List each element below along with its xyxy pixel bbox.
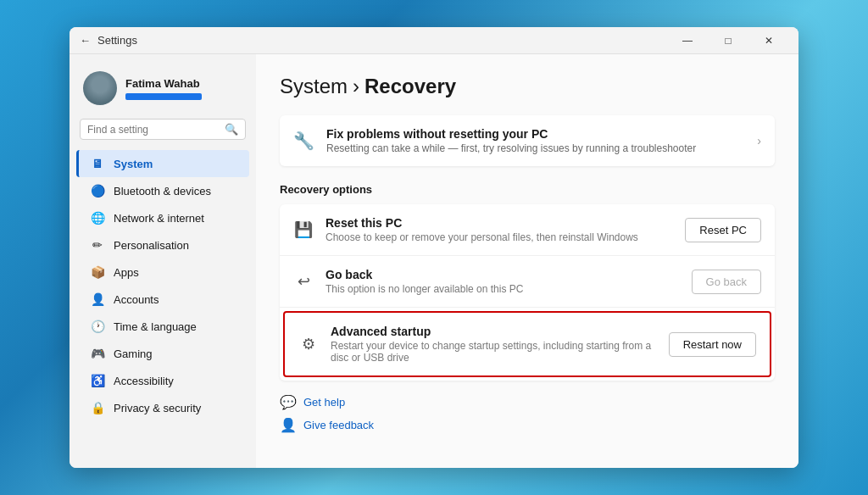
avatar-image: [83, 71, 117, 105]
sidebar-item-accessibility[interactable]: ♿ Accessibility: [76, 367, 249, 394]
get-help-link[interactable]: 💬 Get help: [280, 394, 775, 410]
sidebar-label-system: System: [114, 158, 153, 170]
advanced-startup-row: ⚙ Advanced startup Restart your device t…: [285, 313, 770, 375]
bluetooth-icon: 🔵: [90, 183, 105, 198]
content-area: Fatima Wahab 🔍 🖥 System 🔵 Bluetooth & de…: [70, 54, 798, 468]
apps-icon: 📦: [90, 264, 105, 280]
reset-pc-button[interactable]: Reset PC: [685, 218, 761, 242]
bottom-links: 💬 Get help 👤 Give feedback: [280, 394, 775, 433]
accounts-icon: 👤: [90, 292, 105, 307]
sidebar-label-privacy: Privacy & security: [114, 402, 201, 414]
breadcrumb-current: Recovery: [364, 75, 456, 98]
advanced-startup-title: Advanced startup: [331, 325, 657, 338]
give-feedback-link[interactable]: 👤 Give feedback: [280, 417, 775, 433]
personalisation-icon: ✏: [90, 237, 105, 253]
give-feedback-icon: 👤: [280, 417, 297, 433]
window-controls: — □ ✕: [668, 27, 788, 54]
sidebar-label-accessibility: Accessibility: [114, 375, 174, 387]
titlebar-title: Settings: [97, 34, 668, 47]
go-back-title: Go back: [326, 268, 680, 281]
sidebar-item-personalisation[interactable]: ✏ Personalisation: [76, 231, 249, 259]
go-back-desc: This option is no longer available on th…: [326, 283, 680, 295]
main-content: System › Recovery 🔧 Fix problems without…: [256, 54, 798, 468]
sidebar-label-time: Time & language: [114, 320, 197, 333]
sidebar-item-system[interactable]: 🖥 System: [76, 150, 249, 177]
accessibility-icon: ♿: [90, 373, 105, 388]
sidebar-item-privacy[interactable]: 🔒 Privacy & security: [76, 394, 249, 421]
go-back-text: Go back This option is no longer availab…: [326, 268, 680, 295]
fix-problems-card[interactable]: 🔧 Fix problems without resetting your PC…: [280, 115, 775, 166]
advanced-startup-icon: ⚙: [298, 335, 319, 353]
advanced-startup-desc: Restart your device to change startup se…: [331, 340, 657, 364]
go-back-icon: ↩: [293, 272, 314, 291]
fix-icon: 🔧: [293, 131, 314, 151]
advanced-startup-text: Advanced startup Restart your device to …: [331, 325, 657, 364]
breadcrumb-separator: ›: [353, 75, 359, 98]
reset-pc-icon: 💾: [293, 220, 314, 239]
close-button[interactable]: ✕: [749, 27, 788, 54]
get-help-icon: 💬: [280, 394, 297, 410]
privacy-icon: 🔒: [90, 400, 105, 415]
sidebar-label-accounts: Accounts: [114, 293, 159, 306]
network-icon: 🌐: [90, 210, 105, 225]
go-back-row: ↩ Go back This option is no longer avail…: [280, 256, 775, 308]
fix-title: Fix problems without resetting your PC: [326, 127, 745, 141]
titlebar-back-button[interactable]: ←: [80, 34, 91, 47]
sidebar: Fatima Wahab 🔍 🖥 System 🔵 Bluetooth & de…: [70, 54, 256, 468]
breadcrumb-parent: System: [280, 75, 348, 98]
sidebar-label-personalisation: Personalisation: [114, 239, 189, 252]
go-back-button[interactable]: Go back: [692, 270, 761, 294]
sidebar-item-accounts[interactable]: 👤 Accounts: [76, 286, 249, 313]
reset-pc-title: Reset this PC: [326, 216, 673, 230]
search-input[interactable]: [87, 124, 220, 136]
sidebar-item-network[interactable]: 🌐 Network & internet: [76, 204, 249, 231]
sidebar-label-bluetooth: Bluetooth & devices: [114, 185, 211, 197]
gaming-icon: 🎮: [90, 346, 105, 361]
time-icon: 🕐: [90, 319, 105, 334]
sidebar-item-apps[interactable]: 📦 Apps: [76, 259, 249, 286]
sidebar-label-apps: Apps: [114, 266, 139, 279]
reset-pc-row: 💾 Reset this PC Choose to keep or remove…: [280, 204, 775, 256]
minimize-button[interactable]: —: [668, 27, 707, 54]
settings-window: ← Settings — □ ✕ Fatima Wahab 🔍: [70, 27, 798, 468]
user-name: Fatima Wahab: [125, 77, 202, 90]
fix-desc: Resetting can take a while — first, try …: [326, 142, 745, 154]
give-feedback-label: Give feedback: [303, 419, 374, 431]
maximize-button[interactable]: □: [709, 27, 748, 54]
fix-chevron-icon: ›: [757, 134, 761, 147]
restart-now-button[interactable]: Restart now: [669, 332, 756, 357]
fix-text: Fix problems without resetting your PC R…: [326, 127, 745, 154]
title-bar: ← Settings — □ ✕: [70, 27, 798, 54]
system-icon: 🖥: [90, 156, 105, 171]
sidebar-label-gaming: Gaming: [114, 348, 153, 360]
sidebar-item-gaming[interactable]: 🎮 Gaming: [76, 340, 249, 367]
sidebar-label-network: Network & internet: [114, 212, 204, 225]
get-help-label: Get help: [303, 396, 345, 409]
recovery-options-list: 💾 Reset this PC Choose to keep or remove…: [280, 204, 775, 381]
user-email-bar: [125, 93, 202, 100]
reset-pc-desc: Choose to keep or remove your personal f…: [326, 231, 673, 243]
recovery-section-title: Recovery options: [280, 183, 775, 196]
user-profile: Fatima Wahab: [70, 64, 256, 119]
reset-pc-text: Reset this PC Choose to keep or remove y…: [326, 216, 673, 243]
sidebar-item-time[interactable]: 🕐 Time & language: [76, 313, 249, 340]
sidebar-item-bluetooth[interactable]: 🔵 Bluetooth & devices: [76, 177, 249, 204]
advanced-startup-highlight: ⚙ Advanced startup Restart your device t…: [283, 311, 771, 377]
user-info: Fatima Wahab: [125, 77, 202, 100]
search-box[interactable]: 🔍: [80, 119, 246, 140]
page-header: System › Recovery: [280, 75, 775, 98]
search-icon: 🔍: [225, 123, 238, 136]
avatar: [83, 71, 117, 105]
